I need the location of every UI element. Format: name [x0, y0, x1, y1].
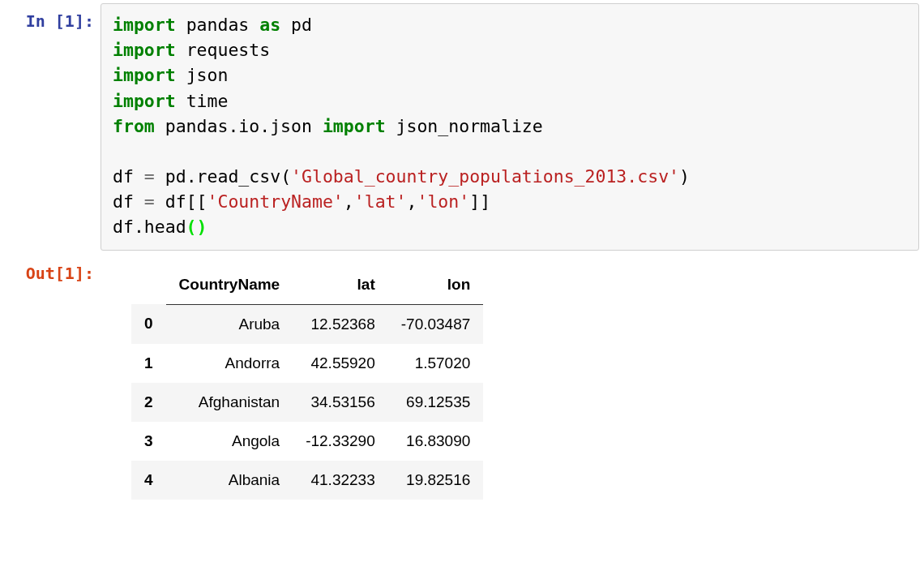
cell-countryname: Albania	[166, 461, 293, 500]
mod-pandas-io-json: pandas.io.json	[165, 116, 312, 136]
expr-df-cols-close: ]]	[469, 191, 490, 212]
mod-json: json	[186, 65, 229, 85]
input-prompt: In [1]:	[5, 3, 101, 31]
kw-import: import	[113, 91, 176, 111]
mod-time: time	[186, 91, 229, 111]
dataframe-header: CountryName lat lon	[131, 265, 483, 305]
table-row: 3 Angola -12.33290 16.83090	[131, 422, 483, 461]
cell-lon: 69.12535	[388, 383, 484, 422]
op-assign: =	[144, 166, 155, 187]
table-row: 0 Aruba 12.52368 -70.03487	[131, 304, 483, 344]
cell-lat: 34.53156	[293, 383, 388, 422]
cell-countryname: Aruba	[166, 304, 293, 344]
str-col3: 'lon'	[417, 191, 469, 212]
cell-lat: 12.52368	[293, 304, 388, 344]
cell-lon: 1.57020	[388, 344, 484, 383]
paren-open: (	[186, 217, 197, 237]
kw-import: import	[113, 40, 176, 60]
op-assign: =	[144, 191, 155, 212]
header-countryname: CountryName	[166, 265, 293, 305]
row-index: 1	[131, 344, 166, 383]
comma: ,	[344, 191, 354, 212]
var-df: df	[113, 166, 134, 187]
kw-as: as	[259, 15, 280, 35]
table-row: 4 Albania 41.32233 19.82516	[131, 461, 483, 500]
row-index: 0	[131, 304, 166, 344]
input-cell: In [1]: import pandas as pd import reque…	[5, 3, 919, 251]
paren-close: )	[197, 217, 207, 237]
paren-close: )	[679, 166, 690, 187]
call-df-head: df.head	[113, 217, 186, 237]
output-cell: Out[1]: CountryName lat lon 0 Aruba 12.5…	[5, 255, 919, 500]
kw-import: import	[113, 65, 176, 85]
row-index: 3	[131, 422, 166, 461]
cell-countryname: Angola	[166, 422, 293, 461]
row-index: 2	[131, 383, 166, 422]
header-lon: lon	[388, 265, 484, 305]
mod-requests: requests	[186, 40, 271, 60]
call-read-csv: pd.read_csv	[165, 166, 280, 187]
header-lat: lat	[293, 265, 388, 305]
str-csv-file: 'Global_country_populations_2013.csv'	[291, 166, 679, 187]
name-json-normalize: json_normalize	[396, 116, 543, 136]
comma: ,	[407, 191, 417, 212]
dataframe-table: CountryName lat lon 0 Aruba 12.52368 -70…	[131, 265, 483, 500]
kw-from: from	[113, 116, 155, 136]
header-index	[131, 265, 166, 305]
cell-lon: -70.03487	[388, 304, 484, 344]
cell-countryname: Andorra	[166, 344, 293, 383]
dataframe-body: 0 Aruba 12.52368 -70.03487 1 Andorra 42.…	[131, 304, 483, 500]
cell-lat: -12.33290	[293, 422, 388, 461]
table-row: 1 Andorra 42.55920 1.57020	[131, 344, 483, 383]
cell-lon: 16.83090	[388, 422, 484, 461]
cell-lat: 41.32233	[293, 461, 388, 500]
var-df: df	[113, 191, 134, 212]
mod-pandas: pandas	[186, 15, 250, 35]
alias-pd: pd	[291, 15, 312, 35]
code-editor[interactable]: import pandas as pd import requests impo…	[101, 3, 919, 251]
kw-import: import	[113, 15, 176, 35]
paren-open: (	[280, 166, 291, 187]
row-index: 4	[131, 461, 166, 500]
table-row: 2 Afghanistan 34.53156 69.12535	[131, 383, 483, 422]
kw-import: import	[323, 116, 386, 136]
str-col1: 'CountryName'	[207, 191, 344, 212]
output-area: CountryName lat lon 0 Aruba 12.52368 -70…	[101, 255, 919, 500]
cell-lon: 19.82516	[388, 461, 484, 500]
cell-countryname: Afghanistan	[166, 383, 293, 422]
cell-lat: 42.55920	[293, 344, 388, 383]
str-col2: 'lat'	[354, 191, 407, 212]
output-prompt: Out[1]:	[5, 255, 101, 283]
expr-df-cols-open: df[[	[165, 191, 207, 212]
